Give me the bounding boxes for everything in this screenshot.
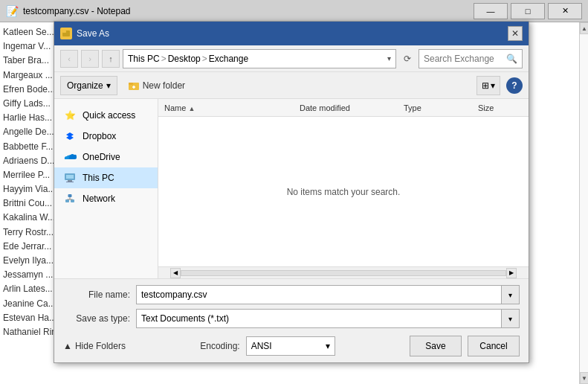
up-button[interactable]: ↑ <box>102 50 120 68</box>
hide-folders-label: Hide Folders <box>75 341 126 351</box>
help-button[interactable]: ? <box>506 77 523 94</box>
save-as-dialog: Save As ✕ ‹ › ↑ This PC > Desktop > Exch… <box>54 21 529 363</box>
encoding-dropdown-arrow-icon: ▾ <box>326 341 330 351</box>
this-pc-icon <box>63 171 77 185</box>
view-icon: ⊞ <box>482 80 489 91</box>
savetype-input[interactable] <box>141 313 497 324</box>
svg-rect-14 <box>68 194 72 197</box>
nav-item-this-pc[interactable]: This PC <box>54 167 158 188</box>
view-button[interactable]: ⊞ ▾ <box>476 76 500 95</box>
dialog-bottom: File name: ▾ Save as type: ▾ ▲ Hide Fold… <box>54 278 529 362</box>
refresh-button[interactable]: ⟳ <box>399 51 416 67</box>
scroll-right-button[interactable]: ▶ <box>506 268 517 278</box>
this-pc-label: This PC <box>83 173 114 183</box>
right-panel: Name ▲ Date modified Type Size No items … <box>158 99 529 278</box>
quick-access-label: Quick access <box>83 110 135 121</box>
svg-rect-11 <box>66 182 74 182</box>
nav-item-network[interactable]: Network <box>54 188 158 209</box>
encoding-label: Encoding: <box>200 341 239 351</box>
filename-input[interactable] <box>141 289 497 300</box>
quick-access-icon: ⭐ <box>63 109 77 122</box>
horizontal-scrollbar: ◀ ▶ <box>158 266 529 278</box>
hide-folders-arrow-icon: ▲ <box>63 341 72 351</box>
forward-button[interactable]: › <box>81 50 99 68</box>
scroll-left-button[interactable]: ◀ <box>170 268 181 278</box>
empty-message: No items match your search. <box>287 187 401 197</box>
network-label: Network <box>83 193 115 204</box>
back-button[interactable]: ‹ <box>60 50 78 68</box>
savetype-label: Save as type: <box>63 313 130 324</box>
bottom-controls: ▲ Hide Folders Encoding: ANSI ▾ Save Can… <box>63 333 520 356</box>
dialog-title-icon <box>60 28 72 39</box>
encoding-select[interactable]: ANSI ▾ <box>246 336 335 356</box>
dropbox-icon <box>63 129 77 143</box>
files-toolbar: Organize ▾ New folder ⊞ ▾ ? <box>54 72 529 99</box>
organize-label: Organize <box>67 80 103 91</box>
search-bar: 🔍 <box>419 49 523 68</box>
organize-arrow-icon: ▾ <box>106 80 111 91</box>
encoding-value: ANSI <box>251 341 323 351</box>
svg-rect-13 <box>71 199 74 202</box>
nav-item-onedrive[interactable]: OneDrive <box>54 147 158 167</box>
savetype-input-wrapper: ▾ <box>136 309 520 328</box>
search-input[interactable] <box>424 54 506 64</box>
svg-marker-7 <box>66 135 74 140</box>
onedrive-label: OneDrive <box>83 152 120 162</box>
filename-row: File name: ▾ <box>63 285 520 304</box>
svg-rect-12 <box>65 199 69 202</box>
dropbox-label: Dropbox <box>83 131 116 141</box>
view-arrow-icon: ▾ <box>491 80 495 91</box>
address-bar[interactable]: This PC > Desktop > Exchange ▾ <box>123 49 396 68</box>
search-icon: 🔍 <box>506 54 517 64</box>
breadcrumb-exchange: Exchange <box>209 54 248 64</box>
scroll-track-h[interactable] <box>181 270 506 276</box>
col-type-header[interactable]: Type <box>404 103 478 112</box>
left-panel: ⭐ Quick access Dropbox <box>54 99 158 278</box>
address-breadcrumb: This PC > Desktop > Exchange <box>128 54 384 64</box>
svg-rect-10 <box>68 180 72 182</box>
breadcrumb-this-pc: This PC <box>128 54 160 64</box>
network-icon <box>63 192 77 205</box>
filename-dropdown-button[interactable]: ▾ <box>501 286 519 304</box>
col-date-header[interactable]: Date modified <box>300 103 404 112</box>
svg-rect-3 <box>129 83 133 85</box>
dialog-title-bar: Save As ✕ <box>54 22 529 45</box>
col-name-header[interactable]: Name ▲ <box>164 103 300 112</box>
dialog-overlay: Save As ✕ ‹ › ↑ This PC > Desktop > Exch… <box>0 0 588 384</box>
dialog-main: ⭐ Quick access Dropbox <box>54 99 529 278</box>
savetype-row: Save as type: ▾ <box>63 309 520 328</box>
cancel-button[interactable]: Cancel <box>468 336 520 356</box>
nav-item-dropbox[interactable]: Dropbox <box>54 126 158 147</box>
nav-item-quick-access[interactable]: ⭐ Quick access <box>54 105 158 126</box>
onedrive-icon <box>63 150 77 164</box>
filename-input-wrapper: ▾ <box>136 285 520 304</box>
breadcrumb-sep1: > <box>161 54 167 64</box>
column-headers: Name ▲ Date modified Type Size <box>158 99 529 117</box>
dialog-title-text: Save As <box>77 28 508 39</box>
filename-label: File name: <box>63 289 130 300</box>
address-dropdown-arrow[interactable]: ▾ <box>387 54 391 63</box>
new-folder-icon <box>128 80 140 92</box>
dialog-toolbar: ‹ › ↑ This PC > Desktop > Exchange ▾ ⟳ 🔍 <box>54 45 529 72</box>
hide-folders-button[interactable]: ▲ Hide Folders <box>63 337 126 355</box>
new-folder-label: New folder <box>143 80 185 91</box>
organize-button[interactable]: Organize ▾ <box>60 76 117 95</box>
svg-rect-9 <box>66 175 74 179</box>
save-button[interactable]: Save <box>410 336 462 356</box>
savetype-dropdown-button[interactable]: ▾ <box>501 310 519 327</box>
dialog-close-button[interactable]: ✕ <box>508 26 523 41</box>
svg-rect-1 <box>62 31 66 33</box>
breadcrumb-sep2: > <box>202 54 207 64</box>
new-folder-button[interactable]: New folder <box>123 76 190 95</box>
sort-arrow-icon: ▲ <box>188 105 195 112</box>
file-list-area: No items match your search. <box>158 117 529 266</box>
col-size-header[interactable]: Size <box>478 103 523 112</box>
breadcrumb-desktop: Desktop <box>168 54 201 64</box>
